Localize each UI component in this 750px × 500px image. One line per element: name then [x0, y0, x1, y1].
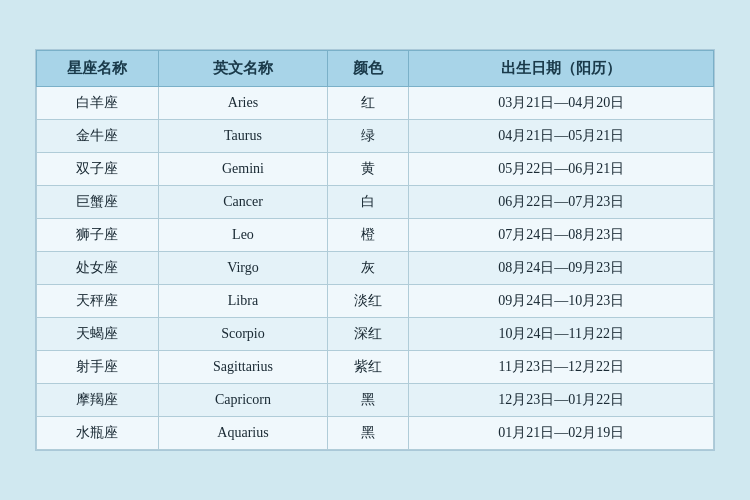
cell-date: 05月22日—06月21日 [409, 153, 714, 186]
cell-color: 黄 [328, 153, 409, 186]
cell-color: 绿 [328, 120, 409, 153]
cell-date: 07月24日—08月23日 [409, 219, 714, 252]
header-en-name: 英文名称 [158, 51, 327, 87]
cell-zh-name: 水瓶座 [37, 417, 159, 450]
header-color: 颜色 [328, 51, 409, 87]
table-row: 处女座Virgo灰08月24日—09月23日 [37, 252, 714, 285]
cell-date: 04月21日—05月21日 [409, 120, 714, 153]
table-row: 巨蟹座Cancer白06月22日—07月23日 [37, 186, 714, 219]
cell-color: 深红 [328, 318, 409, 351]
cell-color: 黑 [328, 417, 409, 450]
cell-color: 灰 [328, 252, 409, 285]
cell-date: 01月21日—02月19日 [409, 417, 714, 450]
zodiac-table-container: 星座名称 英文名称 颜色 出生日期（阳历） 白羊座Aries红03月21日—04… [35, 49, 715, 451]
cell-zh-name: 摩羯座 [37, 384, 159, 417]
cell-en-name: Virgo [158, 252, 327, 285]
cell-date: 03月21日—04月20日 [409, 87, 714, 120]
cell-date: 11月23日—12月22日 [409, 351, 714, 384]
cell-en-name: Gemini [158, 153, 327, 186]
cell-zh-name: 处女座 [37, 252, 159, 285]
cell-zh-name: 狮子座 [37, 219, 159, 252]
table-row: 金牛座Taurus绿04月21日—05月21日 [37, 120, 714, 153]
cell-zh-name: 天秤座 [37, 285, 159, 318]
cell-color: 红 [328, 87, 409, 120]
cell-color: 淡红 [328, 285, 409, 318]
header-date: 出生日期（阳历） [409, 51, 714, 87]
cell-color: 橙 [328, 219, 409, 252]
zodiac-table: 星座名称 英文名称 颜色 出生日期（阳历） 白羊座Aries红03月21日—04… [36, 50, 714, 450]
cell-date: 08月24日—09月23日 [409, 252, 714, 285]
cell-en-name: Cancer [158, 186, 327, 219]
cell-en-name: Taurus [158, 120, 327, 153]
cell-en-name: Sagittarius [158, 351, 327, 384]
cell-en-name: Leo [158, 219, 327, 252]
cell-color: 紫红 [328, 351, 409, 384]
cell-color: 白 [328, 186, 409, 219]
cell-color: 黑 [328, 384, 409, 417]
table-row: 摩羯座Capricorn黑12月23日—01月22日 [37, 384, 714, 417]
cell-zh-name: 双子座 [37, 153, 159, 186]
table-body: 白羊座Aries红03月21日—04月20日金牛座Taurus绿04月21日—0… [37, 87, 714, 450]
cell-en-name: Libra [158, 285, 327, 318]
cell-date: 12月23日—01月22日 [409, 384, 714, 417]
table-row: 天蝎座Scorpio深红10月24日—11月22日 [37, 318, 714, 351]
table-row: 狮子座Leo橙07月24日—08月23日 [37, 219, 714, 252]
table-row: 白羊座Aries红03月21日—04月20日 [37, 87, 714, 120]
cell-zh-name: 金牛座 [37, 120, 159, 153]
cell-en-name: Aquarius [158, 417, 327, 450]
cell-en-name: Capricorn [158, 384, 327, 417]
table-row: 射手座Sagittarius紫红11月23日—12月22日 [37, 351, 714, 384]
cell-en-name: Aries [158, 87, 327, 120]
cell-zh-name: 白羊座 [37, 87, 159, 120]
cell-zh-name: 射手座 [37, 351, 159, 384]
header-zh-name: 星座名称 [37, 51, 159, 87]
table-row: 水瓶座Aquarius黑01月21日—02月19日 [37, 417, 714, 450]
cell-date: 10月24日—11月22日 [409, 318, 714, 351]
cell-zh-name: 天蝎座 [37, 318, 159, 351]
table-header-row: 星座名称 英文名称 颜色 出生日期（阳历） [37, 51, 714, 87]
cell-date: 06月22日—07月23日 [409, 186, 714, 219]
cell-en-name: Scorpio [158, 318, 327, 351]
table-row: 双子座Gemini黄05月22日—06月21日 [37, 153, 714, 186]
table-row: 天秤座Libra淡红09月24日—10月23日 [37, 285, 714, 318]
cell-date: 09月24日—10月23日 [409, 285, 714, 318]
cell-zh-name: 巨蟹座 [37, 186, 159, 219]
